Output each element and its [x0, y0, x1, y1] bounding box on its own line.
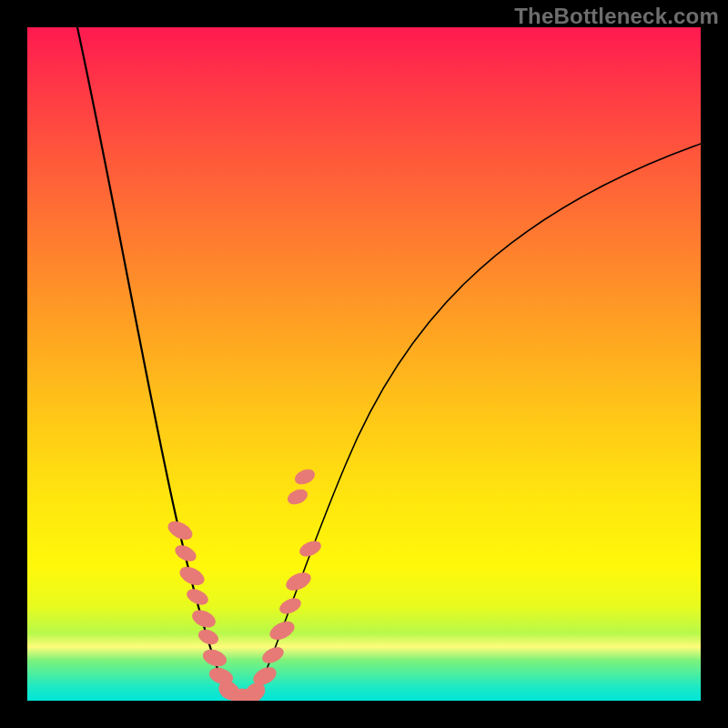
- data-point: [185, 587, 210, 608]
- right-curve: [242, 144, 701, 699]
- data-points: [166, 467, 323, 701]
- data-point: [201, 647, 228, 669]
- chart-frame: TheBottleneck.com: [0, 0, 728, 728]
- data-point: [190, 607, 217, 630]
- data-point: [197, 627, 220, 646]
- data-point: [298, 539, 323, 560]
- data-point: [293, 467, 317, 487]
- data-point: [260, 644, 286, 665]
- watermark-text: TheBottleneck.com: [514, 4, 719, 29]
- left-curve: [77, 27, 242, 699]
- data-point: [166, 518, 195, 542]
- data-point: [286, 487, 309, 507]
- chart-svg: [27, 27, 701, 701]
- data-point: [268, 619, 297, 643]
- data-point: [284, 570, 313, 593]
- plot-area: [27, 27, 701, 701]
- data-point: [278, 596, 303, 617]
